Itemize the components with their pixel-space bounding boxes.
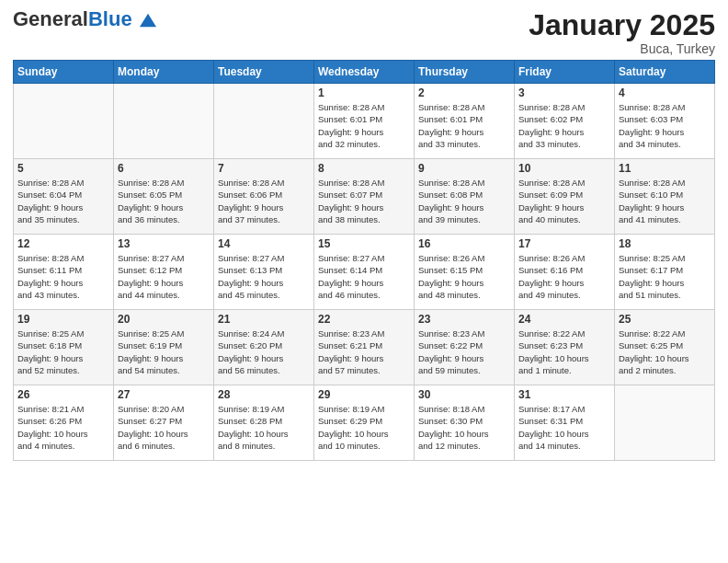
calendar-cell: 1Sunrise: 8:28 AMSunset: 6:01 PMDaylight… [314,84,415,159]
calendar-cell [14,84,114,159]
day-info: Sunrise: 8:23 AMSunset: 6:22 PMDaylight:… [418,327,510,376]
day-number: 15 [318,237,410,250]
day-number: 19 [17,313,109,326]
day-number: 6 [118,162,210,175]
day-number: 9 [418,162,510,175]
day-info: Sunrise: 8:23 AMSunset: 6:21 PMDaylight:… [318,327,410,376]
day-number: 31 [518,388,610,401]
calendar-cell: 20Sunrise: 8:25 AMSunset: 6:19 PMDayligh… [114,310,214,385]
calendar-cell: 13Sunrise: 8:27 AMSunset: 6:12 PMDayligh… [114,235,214,310]
day-info: Sunrise: 8:28 AMSunset: 6:07 PMDaylight:… [318,177,410,225]
calendar-cell: 23Sunrise: 8:23 AMSunset: 6:22 PMDayligh… [415,310,515,385]
col-monday: Monday [114,61,214,84]
day-number: 5 [17,162,109,175]
day-info: Sunrise: 8:25 AMSunset: 6:17 PMDaylight:… [619,252,711,301]
calendar-cell: 17Sunrise: 8:26 AMSunset: 6:16 PMDayligh… [515,235,615,310]
day-info: Sunrise: 8:27 AMSunset: 6:13 PMDaylight:… [218,252,310,301]
col-thursday: Thursday [415,61,515,84]
calendar-cell: 31Sunrise: 8:17 AMSunset: 6:31 PMDayligh… [515,385,615,461]
calendar-cell: 28Sunrise: 8:19 AMSunset: 6:28 PMDayligh… [214,385,314,461]
day-number: 11 [619,162,711,175]
col-saturday: Saturday [615,61,715,84]
day-info: Sunrise: 8:22 AMSunset: 6:23 PMDaylight:… [518,327,610,376]
col-tuesday: Tuesday [214,61,314,84]
day-info: Sunrise: 8:19 AMSunset: 6:28 PMDaylight:… [218,403,310,452]
calendar-container: GeneralBlue January 2025 Buca, Turkey Su… [0,0,728,470]
day-number: 4 [619,86,711,99]
day-info: Sunrise: 8:28 AMSunset: 6:02 PMDaylight:… [518,101,610,150]
day-number: 30 [418,388,510,401]
calendar-cell: 25Sunrise: 8:22 AMSunset: 6:25 PMDayligh… [615,310,715,385]
day-info: Sunrise: 8:26 AMSunset: 6:16 PMDaylight:… [518,252,610,301]
calendar-cell: 26Sunrise: 8:21 AMSunset: 6:26 PMDayligh… [14,385,114,461]
day-info: Sunrise: 8:22 AMSunset: 6:25 PMDaylight:… [619,327,711,376]
day-info: Sunrise: 8:28 AMSunset: 6:09 PMDaylight:… [518,177,610,225]
calendar-cell: 15Sunrise: 8:27 AMSunset: 6:14 PMDayligh… [314,235,415,310]
day-number: 20 [118,313,210,326]
day-number: 17 [518,237,610,250]
day-number: 28 [218,388,310,401]
day-number: 13 [118,237,210,250]
day-info: Sunrise: 8:28 AMSunset: 6:03 PMDaylight:… [619,101,711,150]
day-info: Sunrise: 8:27 AMSunset: 6:12 PMDaylight:… [118,252,210,301]
calendar-cell: 9Sunrise: 8:28 AMSunset: 6:08 PMDaylight… [415,159,515,235]
calendar-cell: 14Sunrise: 8:27 AMSunset: 6:13 PMDayligh… [214,235,314,310]
calendar-cell [114,84,214,159]
day-number: 18 [619,237,711,250]
col-friday: Friday [515,61,615,84]
day-info: Sunrise: 8:28 AMSunset: 6:04 PMDaylight:… [17,177,109,225]
logo-icon [140,12,156,29]
day-number: 25 [619,313,711,326]
calendar-cell [214,84,314,159]
calendar-cell: 4Sunrise: 8:28 AMSunset: 6:03 PMDaylight… [615,84,715,159]
day-number: 27 [118,388,210,401]
day-info: Sunrise: 8:28 AMSunset: 6:08 PMDaylight:… [418,177,510,225]
day-number: 26 [17,388,109,401]
day-number: 29 [318,388,410,401]
calendar-cell: 6Sunrise: 8:28 AMSunset: 6:05 PMDaylight… [114,159,214,235]
col-sunday: Sunday [14,61,114,84]
day-info: Sunrise: 8:17 AMSunset: 6:31 PMDaylight:… [518,403,610,452]
header: GeneralBlue January 2025 Buca, Turkey [13,9,715,56]
calendar-cell: 29Sunrise: 8:19 AMSunset: 6:29 PMDayligh… [314,385,415,461]
calendar-cell: 19Sunrise: 8:25 AMSunset: 6:18 PMDayligh… [14,310,114,385]
day-info: Sunrise: 8:26 AMSunset: 6:15 PMDaylight:… [418,252,510,301]
calendar-cell: 21Sunrise: 8:24 AMSunset: 6:20 PMDayligh… [214,310,314,385]
col-wednesday: Wednesday [314,61,415,84]
calendar-cell: 2Sunrise: 8:28 AMSunset: 6:01 PMDaylight… [415,84,515,159]
day-number: 3 [518,86,610,99]
calendar-body: 1Sunrise: 8:28 AMSunset: 6:01 PMDaylight… [14,84,715,461]
day-info: Sunrise: 8:28 AMSunset: 6:05 PMDaylight:… [118,177,210,225]
day-info: Sunrise: 8:27 AMSunset: 6:14 PMDaylight:… [318,252,410,301]
day-number: 7 [218,162,310,175]
day-number: 23 [418,313,510,326]
day-info: Sunrise: 8:28 AMSunset: 6:11 PMDaylight:… [17,252,109,301]
calendar-subtitle: Buca, Turkey [529,41,715,56]
day-info: Sunrise: 8:19 AMSunset: 6:29 PMDaylight:… [318,403,410,452]
day-info: Sunrise: 8:25 AMSunset: 6:18 PMDaylight:… [17,327,109,376]
calendar-cell: 30Sunrise: 8:18 AMSunset: 6:30 PMDayligh… [415,385,515,461]
calendar-cell: 5Sunrise: 8:28 AMSunset: 6:04 PMDaylight… [14,159,114,235]
calendar-cell: 18Sunrise: 8:25 AMSunset: 6:17 PMDayligh… [615,235,715,310]
calendar-week-3: 12Sunrise: 8:28 AMSunset: 6:11 PMDayligh… [14,235,715,310]
day-number: 22 [318,313,410,326]
calendar-week-4: 19Sunrise: 8:25 AMSunset: 6:18 PMDayligh… [14,310,715,385]
day-info: Sunrise: 8:25 AMSunset: 6:19 PMDaylight:… [118,327,210,376]
calendar-title: January 2025 [529,9,715,41]
day-number: 1 [318,86,410,99]
calendar-cell: 16Sunrise: 8:26 AMSunset: 6:15 PMDayligh… [415,235,515,310]
calendar-cell: 3Sunrise: 8:28 AMSunset: 6:02 PMDaylight… [515,84,615,159]
logo-blue: Blue [88,7,132,30]
day-number: 10 [518,162,610,175]
calendar-cell: 24Sunrise: 8:22 AMSunset: 6:23 PMDayligh… [515,310,615,385]
logo: GeneralBlue [13,9,156,29]
day-info: Sunrise: 8:21 AMSunset: 6:26 PMDaylight:… [17,403,109,452]
calendar-cell: 8Sunrise: 8:28 AMSunset: 6:07 PMDaylight… [314,159,415,235]
calendar-week-2: 5Sunrise: 8:28 AMSunset: 6:04 PMDaylight… [14,159,715,235]
logo-general: General [13,7,88,30]
calendar-cell: 27Sunrise: 8:20 AMSunset: 6:27 PMDayligh… [114,385,214,461]
day-info: Sunrise: 8:28 AMSunset: 6:01 PMDaylight:… [418,101,510,150]
day-number: 24 [518,313,610,326]
day-info: Sunrise: 8:18 AMSunset: 6:30 PMDaylight:… [418,403,510,452]
day-number: 12 [17,237,109,250]
